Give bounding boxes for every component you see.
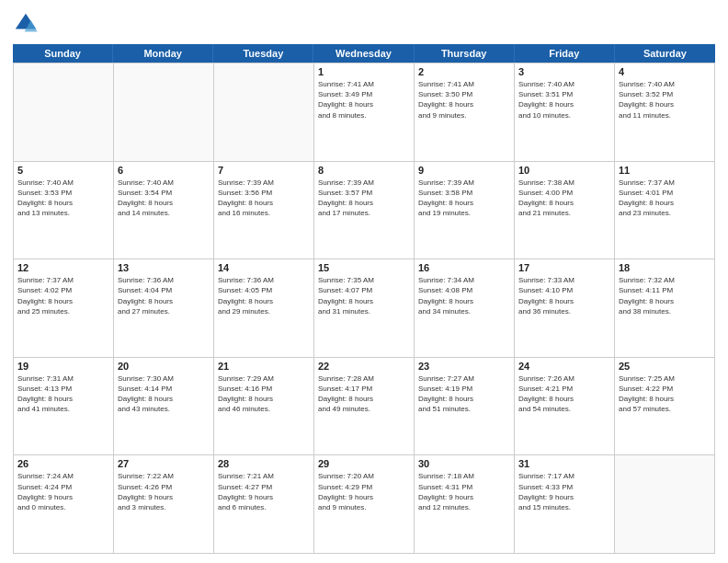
- day-number: 30: [418, 458, 510, 469]
- day-number: 29: [318, 458, 410, 469]
- calendar-cell: 23Sunrise: 7:27 AM Sunset: 4:19 PM Dayli…: [415, 358, 515, 456]
- calendar-cell: 3Sunrise: 7:40 AM Sunset: 3:51 PM Daylig…: [515, 63, 615, 162]
- day-info: Sunrise: 7:22 AM Sunset: 4:26 PM Dayligh…: [118, 471, 210, 512]
- day-info: Sunrise: 7:17 AM Sunset: 4:33 PM Dayligh…: [518, 471, 610, 512]
- calendar-cell: 21Sunrise: 7:29 AM Sunset: 4:16 PM Dayli…: [214, 358, 314, 456]
- day-info: Sunrise: 7:35 AM Sunset: 4:07 PM Dayligh…: [318, 275, 410, 316]
- calendar-cell: 10Sunrise: 7:38 AM Sunset: 4:00 PM Dayli…: [515, 162, 615, 260]
- day-info: Sunrise: 7:38 AM Sunset: 4:00 PM Dayligh…: [518, 178, 610, 219]
- day-info: Sunrise: 7:37 AM Sunset: 4:01 PM Dayligh…: [619, 178, 711, 219]
- day-info: Sunrise: 7:33 AM Sunset: 4:10 PM Dayligh…: [518, 275, 610, 316]
- calendar-cell: 14Sunrise: 7:36 AM Sunset: 4:05 PM Dayli…: [214, 259, 314, 358]
- calendar-cell: 29Sunrise: 7:20 AM Sunset: 4:29 PM Dayli…: [314, 455, 415, 554]
- day-number: 5: [17, 165, 109, 176]
- day-number: 21: [218, 361, 310, 372]
- logo-icon: [13, 11, 39, 37]
- calendar-cell: 17Sunrise: 7:33 AM Sunset: 4:10 PM Dayli…: [515, 259, 615, 358]
- calendar-body: 1Sunrise: 7:41 AM Sunset: 3:49 PM Daylig…: [13, 63, 715, 554]
- day-info: Sunrise: 7:32 AM Sunset: 4:11 PM Dayligh…: [619, 275, 711, 316]
- calendar-cell: 18Sunrise: 7:32 AM Sunset: 4:11 PM Dayli…: [615, 259, 715, 358]
- day-info: Sunrise: 7:40 AM Sunset: 3:52 PM Dayligh…: [619, 79, 711, 121]
- day-number: 18: [619, 262, 711, 273]
- day-info: Sunrise: 7:36 AM Sunset: 4:04 PM Dayligh…: [118, 275, 210, 316]
- calendar-cell: 12Sunrise: 7:37 AM Sunset: 4:02 PM Dayli…: [14, 259, 114, 358]
- day-number: 9: [418, 165, 510, 176]
- day-info: Sunrise: 7:39 AM Sunset: 3:57 PM Dayligh…: [318, 178, 410, 219]
- calendar-cell: 28Sunrise: 7:21 AM Sunset: 4:27 PM Dayli…: [214, 455, 314, 554]
- calendar-cell: 1Sunrise: 7:41 AM Sunset: 3:49 PM Daylig…: [314, 63, 415, 162]
- calendar-cell: 19Sunrise: 7:31 AM Sunset: 4:13 PM Dayli…: [14, 358, 114, 456]
- day-info: Sunrise: 7:29 AM Sunset: 4:16 PM Dayligh…: [218, 373, 310, 415]
- page-header: [13, 11, 715, 37]
- day-info: Sunrise: 7:41 AM Sunset: 3:50 PM Dayligh…: [418, 79, 510, 121]
- day-info: Sunrise: 7:31 AM Sunset: 4:13 PM Dayligh…: [17, 373, 109, 415]
- calendar-row: 5Sunrise: 7:40 AM Sunset: 3:53 PM Daylig…: [14, 162, 715, 260]
- calendar-cell: [114, 63, 214, 162]
- calendar-cell: 22Sunrise: 7:28 AM Sunset: 4:17 PM Dayli…: [314, 358, 415, 456]
- calendar-row: 1Sunrise: 7:41 AM Sunset: 3:49 PM Daylig…: [14, 63, 715, 162]
- day-info: Sunrise: 7:41 AM Sunset: 3:49 PM Dayligh…: [318, 79, 410, 121]
- calendar-cell: 24Sunrise: 7:26 AM Sunset: 4:21 PM Dayli…: [515, 358, 615, 456]
- day-number: 17: [518, 262, 610, 273]
- day-number: 20: [118, 361, 210, 372]
- calendar-cell: [214, 63, 314, 162]
- calendar-cell: [615, 455, 715, 554]
- day-number: 7: [218, 165, 310, 176]
- calendar-cell: 11Sunrise: 7:37 AM Sunset: 4:01 PM Dayli…: [615, 162, 715, 260]
- day-info: Sunrise: 7:21 AM Sunset: 4:27 PM Dayligh…: [218, 471, 310, 512]
- day-number: 31: [518, 458, 610, 469]
- day-info: Sunrise: 7:39 AM Sunset: 3:56 PM Dayligh…: [218, 178, 310, 219]
- calendar-row: 12Sunrise: 7:37 AM Sunset: 4:02 PM Dayli…: [14, 259, 715, 358]
- day-info: Sunrise: 7:39 AM Sunset: 3:58 PM Dayligh…: [418, 178, 510, 219]
- weekday-header: Thursday: [415, 44, 515, 63]
- day-info: Sunrise: 7:34 AM Sunset: 4:08 PM Dayligh…: [418, 275, 510, 316]
- day-number: 8: [318, 165, 410, 176]
- calendar-cell: 4Sunrise: 7:40 AM Sunset: 3:52 PM Daylig…: [615, 63, 715, 162]
- day-number: 16: [418, 262, 510, 273]
- day-info: Sunrise: 7:40 AM Sunset: 3:53 PM Dayligh…: [17, 178, 109, 219]
- day-number: 24: [518, 361, 610, 372]
- day-number: 2: [418, 66, 510, 77]
- day-info: Sunrise: 7:40 AM Sunset: 3:54 PM Dayligh…: [118, 178, 210, 219]
- calendar-cell: 6Sunrise: 7:40 AM Sunset: 3:54 PM Daylig…: [114, 162, 214, 260]
- day-info: Sunrise: 7:20 AM Sunset: 4:29 PM Dayligh…: [318, 471, 410, 512]
- calendar-cell: 5Sunrise: 7:40 AM Sunset: 3:53 PM Daylig…: [14, 162, 114, 260]
- calendar-row: 26Sunrise: 7:24 AM Sunset: 4:24 PM Dayli…: [14, 455, 715, 554]
- day-number: 10: [518, 165, 610, 176]
- weekday-header: Sunday: [13, 44, 113, 63]
- day-number: 15: [318, 262, 410, 273]
- day-info: Sunrise: 7:40 AM Sunset: 3:51 PM Dayligh…: [518, 79, 610, 121]
- calendar-cell: 20Sunrise: 7:30 AM Sunset: 4:14 PM Dayli…: [114, 358, 214, 456]
- calendar-cell: 13Sunrise: 7:36 AM Sunset: 4:04 PM Dayli…: [114, 259, 214, 358]
- day-number: 4: [619, 66, 711, 77]
- weekday-header: Tuesday: [213, 44, 313, 63]
- day-info: Sunrise: 7:28 AM Sunset: 4:17 PM Dayligh…: [318, 373, 410, 415]
- day-info: Sunrise: 7:26 AM Sunset: 4:21 PM Dayligh…: [518, 373, 610, 415]
- day-number: 11: [619, 165, 711, 176]
- day-info: Sunrise: 7:37 AM Sunset: 4:02 PM Dayligh…: [17, 275, 109, 316]
- day-number: 12: [17, 262, 109, 273]
- day-info: Sunrise: 7:18 AM Sunset: 4:31 PM Dayligh…: [418, 471, 510, 512]
- calendar-cell: 25Sunrise: 7:25 AM Sunset: 4:22 PM Dayli…: [615, 358, 715, 456]
- calendar-header: SundayMondayTuesdayWednesdayThursdayFrid…: [13, 44, 715, 63]
- weekday-header: Saturday: [615, 44, 715, 63]
- calendar: SundayMondayTuesdayWednesdayThursdayFrid…: [13, 44, 715, 554]
- day-number: 19: [17, 361, 109, 372]
- calendar-cell: 27Sunrise: 7:22 AM Sunset: 4:26 PM Dayli…: [114, 455, 214, 554]
- calendar-row: 19Sunrise: 7:31 AM Sunset: 4:13 PM Dayli…: [14, 358, 715, 456]
- day-number: 3: [518, 66, 610, 77]
- calendar-cell: [14, 63, 114, 162]
- calendar-cell: 8Sunrise: 7:39 AM Sunset: 3:57 PM Daylig…: [314, 162, 415, 260]
- weekday-header: Wednesday: [313, 44, 414, 63]
- calendar-cell: 31Sunrise: 7:17 AM Sunset: 4:33 PM Dayli…: [515, 455, 615, 554]
- day-number: 27: [118, 458, 210, 469]
- day-number: 23: [418, 361, 510, 372]
- day-info: Sunrise: 7:25 AM Sunset: 4:22 PM Dayligh…: [619, 373, 711, 415]
- day-number: 28: [218, 458, 310, 469]
- day-number: 26: [17, 458, 109, 469]
- day-number: 14: [218, 262, 310, 273]
- day-info: Sunrise: 7:36 AM Sunset: 4:05 PM Dayligh…: [218, 275, 310, 316]
- calendar-cell: 2Sunrise: 7:41 AM Sunset: 3:50 PM Daylig…: [415, 63, 515, 162]
- day-info: Sunrise: 7:27 AM Sunset: 4:19 PM Dayligh…: [418, 373, 510, 415]
- day-number: 6: [118, 165, 210, 176]
